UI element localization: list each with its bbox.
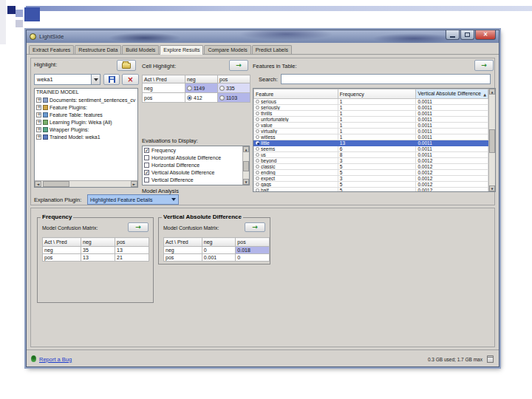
expand-icon[interactable]: + [36,127,41,132]
expand-icon[interactable]: + [36,120,41,125]
feature-row-serious[interactable]: serious10.0011 [254,99,488,105]
tree-item-learning-plugin[interactable]: +Learning Plugin: Weka (All) [35,118,137,126]
radio-icon[interactable] [256,171,259,174]
scrollbar-thumb[interactable] [243,161,249,171]
tab-extract-features[interactable]: Extract Features [29,45,74,54]
features-scrollbar[interactable]: ▲ ▼ [488,89,495,191]
scroll-up-icon[interactable]: ▲ [489,89,495,95]
features-table[interactable]: FeatureFrequencyVertical Absolute Differ… [253,89,488,192]
tree-root-item[interactable]: TRAINED MODEL [35,89,137,96]
scroll-up-icon[interactable]: ▲ [243,146,249,152]
radio-icon[interactable] [256,147,259,151]
feature-row-thrills[interactable]: thrills10.0011 [254,111,488,117]
feature-row-classic[interactable]: classic50.0012 [254,164,488,170]
column-header-vertical-absolute-difference[interactable]: Vertical Absolute Difference▲ [416,89,488,99]
checkbox-checked-icon[interactable]: ✓ [144,170,149,175]
tree-item-documents[interactable]: +Documents: sentiment_sentences_cv [35,96,137,103]
expand-icon[interactable]: + [36,134,41,140]
matrix-cell[interactable]: 1103 [218,93,250,103]
column-header-feature[interactable]: Feature [254,89,338,99]
feature-row-expect[interactable]: expect30.0012 [254,176,488,182]
matrix-cell[interactable]: 1149 [185,83,218,93]
column-header-frequency[interactable]: Frequency [338,89,416,99]
checkbox-icon[interactable] [144,177,149,183]
close-button[interactable]: × [475,30,496,40]
chevron-down-icon[interactable] [91,75,100,84]
features-export-button[interactable]: → [474,60,494,71]
feature-row-beyond[interactable]: beyond30.0012 [254,158,488,164]
radio-icon[interactable] [256,112,259,115]
highlight-model-select[interactable]: weka1 [34,74,100,85]
open-highlight-button[interactable] [117,60,136,71]
radio-icon[interactable] [256,165,259,168]
matrix-cell[interactable]: 335 [218,83,250,93]
evaluation-item-vertical-difference[interactable]: Vertical Difference [143,176,249,183]
checkbox-icon[interactable] [144,163,149,168]
scroll-down-icon[interactable]: ▼ [243,179,249,185]
radio-icon[interactable] [256,117,259,121]
tab-explore-results[interactable]: Explore Results [160,45,203,55]
evaluation-item-vertical-absolute-difference[interactable]: ✓Vertical Absolute Difference [143,168,249,176]
tab-compare-models[interactable]: Compare Models [204,45,250,54]
export-button[interactable]: → [128,222,149,232]
feature-row-virtually[interactable]: virtually10.0011 [254,129,488,134]
scrollbar-thumb[interactable] [43,181,69,187]
evaluation-item-horizontal-difference[interactable]: Horizontal Difference [143,161,249,168]
radio-icon[interactable] [219,86,225,91]
report-bug-link[interactable]: Report a Bug [39,356,72,363]
search-input[interactable] [281,74,491,84]
evaluations-list[interactable]: ▲ ▼ ✓FrequencyHorizontal Absolute Differ… [142,146,250,185]
radio-icon[interactable] [256,177,259,180]
expand-icon[interactable]: + [36,98,41,103]
minimize-button[interactable] [446,30,460,40]
radio-selected-icon[interactable] [256,141,259,145]
tab-restructure-data[interactable]: Restructure Data [75,45,121,54]
tab-build-models[interactable]: Build Models [122,45,159,54]
tab-predict-labels[interactable]: Predict Labels [252,45,292,54]
window-titlebar[interactable]: LightSide × [27,30,499,43]
feature-row-seems[interactable]: seems60.0011 [254,146,488,152]
radio-icon[interactable] [256,159,259,163]
radio-icon[interactable] [256,129,259,133]
feature-row-witless[interactable]: witless10.0011 [254,134,488,140]
feature-row-gags[interactable]: gags50.0012 [254,182,488,188]
scroll-down-icon[interactable]: ▼ [489,185,495,191]
maximize-button[interactable] [460,30,474,40]
tree-item-feature-plugins[interactable]: +Feature Plugins: [35,103,137,111]
checkbox-icon[interactable] [144,155,149,160]
evaluation-item-horizontal-absolute-difference[interactable]: Horizontal Absolute Difference [143,154,249,161]
feature-row-unfortunately[interactable]: unfortunately10.0011 [254,117,488,123]
garbage-collect-icon[interactable] [487,355,494,363]
evaluation-item-frequency[interactable]: ✓Frequency [143,146,249,154]
radio-selected-icon[interactable] [187,95,192,100]
save-button[interactable] [103,74,120,85]
scrollbar-thumb[interactable] [489,129,495,153]
radio-icon[interactable] [187,86,192,91]
radio-icon[interactable] [256,188,259,192]
radio-icon[interactable] [256,123,259,127]
radio-icon[interactable] [219,95,225,100]
radio-icon[interactable] [256,183,259,186]
delete-button[interactable]: × [122,74,139,85]
export-button[interactable]: → [245,222,265,232]
radio-icon[interactable] [256,106,259,109]
feature-row-value[interactable]: value10.0011 [254,123,488,129]
evaluations-scrollbar[interactable]: ▲ ▼ [242,146,249,185]
matrix-cell[interactable]: 412 [185,93,218,103]
tree-item-trained-model[interactable]: +Trained Model: weka1 [35,133,137,140]
feature-row-little[interactable]: little130.0011 [254,140,488,146]
tree-horizontal-scrollbar[interactable]: ◄ ► [35,180,137,187]
explanation-plugin-select[interactable]: Highlighted Feature Details [87,194,179,205]
radio-icon[interactable] [256,135,259,139]
tree-item-wrapper-plugins[interactable]: +Wrapper Plugins: [35,126,137,133]
radio-icon[interactable] [256,100,259,103]
feature-row-ending[interactable]: ending50.0012 [254,170,488,176]
expand-icon[interactable]: + [36,105,41,110]
scroll-right-icon[interactable]: ► [131,181,137,187]
feature-row-us[interactable]: us80.0011 [254,152,488,158]
radio-icon[interactable] [256,153,259,157]
scroll-left-icon[interactable]: ◄ [35,181,41,187]
feature-row-half[interactable]: half50.0012 [254,188,488,193]
checkbox-checked-icon[interactable]: ✓ [144,148,149,153]
feature-row-seriously[interactable]: seriously10.0011 [254,105,488,111]
